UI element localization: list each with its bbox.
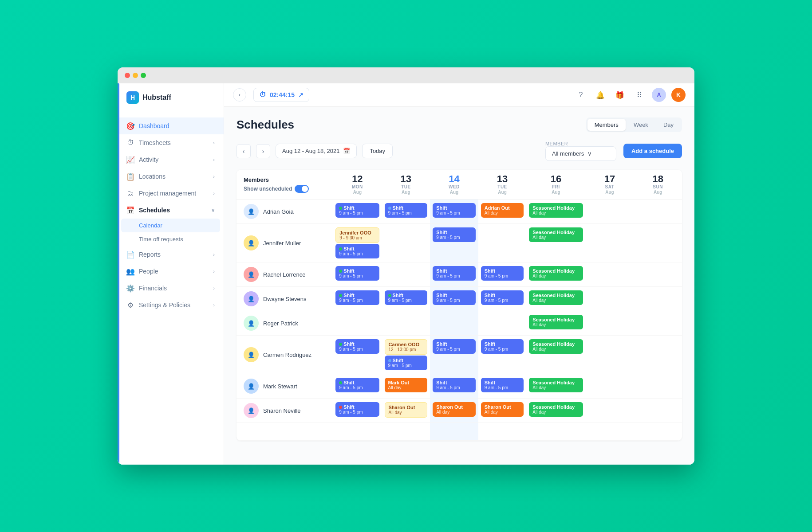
member-select-dropdown[interactable]: All members ∨ xyxy=(545,146,616,161)
tab-members[interactable]: Members xyxy=(587,119,626,131)
shift-cell-empty xyxy=(634,262,682,287)
shift-block[interactable]: Shift 9 am - 5 pm xyxy=(481,339,524,354)
today-button[interactable]: Today xyxy=(362,144,393,158)
shift-block[interactable]: Shift 9 am - 5 pm xyxy=(335,402,379,417)
show-unscheduled-toggle[interactable]: Show unscheduled xyxy=(244,185,309,193)
shift-block[interactable]: Shift 9 am - 5 pm xyxy=(335,244,379,258)
day-col-17: 17 SAT Aug xyxy=(586,170,634,200)
shift-block[interactable]: Shift 9 am - 5 pm xyxy=(385,203,428,218)
logo-icon: H xyxy=(126,91,139,104)
next-week-button[interactable]: › xyxy=(256,144,270,158)
shift-block[interactable]: Shift 9 am - 5 pm xyxy=(335,378,379,392)
people-icon: 👥 xyxy=(126,267,134,275)
shift-block[interactable]: Shift 9 am - 5 pm xyxy=(481,266,524,281)
avatar: 👤 xyxy=(244,291,259,306)
day-name-17: SAT xyxy=(605,184,615,189)
member-cell-carmen: 👤 Carmen Rodriguez xyxy=(237,336,333,374)
day-col-13-tue: 13 TUE Aug xyxy=(382,170,430,200)
empty-cell-today xyxy=(430,423,478,441)
shift-block[interactable]: Shift 9 am - 5 pm xyxy=(433,290,476,305)
shift-block[interactable]: Shift 9 am - 5 pm xyxy=(385,356,428,370)
traffic-light-yellow[interactable] xyxy=(133,73,138,78)
traffic-light-red[interactable] xyxy=(125,73,130,78)
user-avatar[interactable]: A xyxy=(652,88,666,102)
sidebar-item-activity[interactable]: 📈 Activity › xyxy=(118,151,224,168)
shift-block-out[interactable]: Mark Out All day xyxy=(385,378,428,392)
prev-week-button[interactable]: ‹ xyxy=(237,144,251,158)
shift-block-out[interactable]: Sharon Out All day xyxy=(481,402,524,417)
header-bar: ‹ ⏱ 02:44:15 ↗ ? 🔔 🎁 ⠿ A K xyxy=(224,83,694,107)
table-row: 👤 Carmen Rodriguez Shift 9 am - 5 pm xyxy=(237,336,682,374)
add-schedule-button[interactable]: Add a schedule xyxy=(623,144,682,158)
shift-block-out[interactable]: Sharon Out All day xyxy=(433,402,476,417)
sidebar-item-timesheets[interactable]: ⏱ Timesheets › xyxy=(118,134,224,151)
shift-block-holiday[interactable]: Seasoned Holiday All day xyxy=(529,227,583,242)
shift-block-holiday[interactable]: Seasoned Holiday All day xyxy=(529,290,583,305)
sidebar-item-schedules[interactable]: 📅 Schedules ∨ xyxy=(118,202,224,219)
sidebar-sub-item-calendar[interactable]: Calendar xyxy=(121,219,220,232)
sidebar-sub-item-time-off[interactable]: Time off requests xyxy=(118,232,224,246)
shift-cell: Shift 9 am - 5 pm xyxy=(478,336,527,374)
shift-cell-empty xyxy=(586,336,634,374)
sidebar-item-dashboard[interactable]: 🎯 Dashboard xyxy=(118,117,224,134)
sidebar-item-project-management[interactable]: 🗂 Project management › xyxy=(118,185,224,202)
day-name-12: MON xyxy=(352,184,363,189)
shift-cell-empty xyxy=(382,224,430,262)
date-range-picker[interactable]: Aug 12 - Aug 18, 2021 📅 xyxy=(276,144,357,158)
shift-cell: Shift 9 am - 5 pm xyxy=(333,374,382,399)
table-row: 👤 Mark Stewart Shift 9 am - 5 pm xyxy=(237,374,682,399)
shift-block[interactable]: Shift 9 am - 5 pm xyxy=(433,203,476,218)
shift-block[interactable]: Shift 9 am - 5 pm xyxy=(335,266,379,281)
reports-icon: 📄 xyxy=(126,250,134,258)
shift-block-holiday[interactable]: Seasoned Holiday All day xyxy=(529,378,583,392)
shift-block-out[interactable]: Adrian Out All day xyxy=(481,203,524,218)
traffic-light-green[interactable] xyxy=(141,73,146,78)
day-num-17: 17 xyxy=(604,174,615,184)
sidebar-item-reports[interactable]: 📄 Reports › xyxy=(118,246,224,263)
shift-block-out[interactable]: Sharon Out All day xyxy=(385,402,428,418)
member-name: Sharon Neville xyxy=(263,407,301,414)
tab-week[interactable]: Week xyxy=(627,119,655,131)
shift-cell: Seasoned Holiday All day xyxy=(526,287,585,311)
shift-block[interactable]: Shift 9 am - 5 pm xyxy=(481,290,524,305)
shift-block[interactable]: Shift 9 am - 5 pm xyxy=(433,378,476,392)
logo-text: Hubstaff xyxy=(142,94,171,102)
tab-day[interactable]: Day xyxy=(656,119,681,131)
apps-button[interactable]: ⠿ xyxy=(632,88,646,102)
gifts-button[interactable]: 🎁 xyxy=(613,88,627,102)
member-label: MEMBER xyxy=(545,141,616,146)
sidebar-item-financials[interactable]: ⚙️ Financials › xyxy=(118,280,224,297)
shift-cell: Shift 9 am - 5 pm xyxy=(333,262,382,287)
sidebar-item-locations[interactable]: 📋 Locations › xyxy=(118,168,224,185)
shift-block-ooo[interactable]: Jennifer OOO 9 - 9:30 am xyxy=(335,227,379,243)
calendar-icon: 📅 xyxy=(343,148,350,154)
shift-block-holiday[interactable]: Seasoned Holiday All day xyxy=(529,402,583,417)
shift-block-holiday[interactable]: Seasoned Holiday All day xyxy=(529,339,583,354)
shift-block[interactable]: Shift 9 am - 5 pm xyxy=(433,227,476,242)
shift-block[interactable]: Shift 9 am - 5 pm xyxy=(335,290,379,305)
shift-cell-empty xyxy=(586,224,634,262)
shift-block-holiday[interactable]: Seasoned Holiday All day xyxy=(529,315,583,329)
shift-block[interactable]: Shift 9 am - 5 pm xyxy=(481,378,524,392)
shift-block[interactable]: Shift 9 am - 5 pm xyxy=(335,203,379,218)
shift-block[interactable]: Shift 9 am - 5 pm xyxy=(433,266,476,281)
shift-block-ooo[interactable]: Carmen OOO 12 - 13:00 pm xyxy=(385,339,428,355)
table-row-empty xyxy=(237,423,682,441)
shift-cell-today-empty xyxy=(430,311,478,336)
sidebar-item-people[interactable]: 👥 People › xyxy=(118,263,224,280)
sidebar-item-label: Project management xyxy=(139,190,196,197)
sidebar-item-settings[interactable]: ⚙ Settings & Policies › xyxy=(118,297,224,313)
shift-block[interactable]: Shift 9 am - 5 pm xyxy=(335,339,379,354)
shift-block[interactable]: Shift 9 am - 5 pm xyxy=(433,339,476,354)
account-avatar[interactable]: K xyxy=(671,88,686,102)
shift-cell: Seasoned Holiday All day xyxy=(526,200,585,224)
unscheduled-toggle-switch[interactable] xyxy=(295,185,309,193)
notifications-button[interactable]: 🔔 xyxy=(593,88,607,102)
help-button[interactable]: ? xyxy=(574,88,588,102)
day-name-16: FRI xyxy=(552,184,560,189)
shift-block-holiday[interactable]: Seasoned Holiday All day xyxy=(529,266,583,281)
back-button[interactable]: ‹ xyxy=(233,88,246,102)
shift-block-holiday[interactable]: Seasoned Holiday All day xyxy=(529,203,583,218)
avatar: 👤 xyxy=(244,267,259,282)
shift-block[interactable]: Shift 9 am - 5 pm xyxy=(385,290,428,305)
